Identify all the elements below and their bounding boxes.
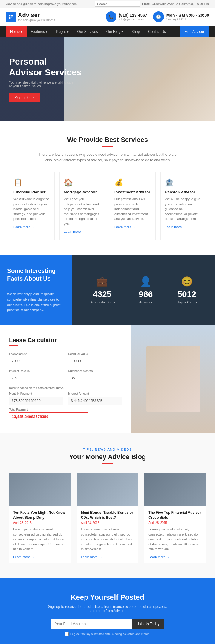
fact-deals: 💼 4325 Successful Deals bbox=[90, 276, 115, 304]
loan-amount-field: Loan Amount bbox=[9, 352, 63, 365]
blog-post-3-content: The Five Top Financial Advisor Credentia… bbox=[144, 506, 206, 563]
advisors-icon: 👤 bbox=[139, 276, 153, 287]
total-payment-label: Total Payment bbox=[9, 408, 122, 411]
blog-post-3-link[interactable]: Learn more → bbox=[148, 555, 170, 559]
mortgage-title: Mortgage Advisor bbox=[64, 190, 101, 194]
total-payment-value bbox=[9, 412, 88, 421]
facts-title: Some Interesting Facts About Us bbox=[7, 267, 64, 282]
top-search[interactable]: 11005 Greenville Avenue California, TX 9… bbox=[95, 1, 209, 7]
phone-contact: 📞 (810) 123 4567 info@yoursite.com bbox=[106, 11, 147, 22]
blog-post-3-excerpt: Lorem ipsum dolor sit amet, consectetur … bbox=[148, 527, 202, 552]
blog-post-2-excerpt: Lorem ipsum dolor sit amet, consectetur … bbox=[81, 527, 134, 552]
loan-amount-input[interactable] bbox=[9, 357, 63, 365]
blog-divider bbox=[102, 463, 113, 464]
blog-post-1-title: Ten Facts You Might Not Know About Stamp… bbox=[13, 510, 67, 520]
investment-link[interactable]: Learn more → bbox=[114, 225, 136, 229]
total-payment-row: Total Payment bbox=[9, 408, 122, 421]
fact-advisors: 👤 986 Advisors bbox=[139, 276, 153, 304]
financial-planner-link[interactable]: Learn more → bbox=[13, 225, 35, 229]
blog-post-1-image bbox=[9, 473, 71, 506]
nav-home[interactable]: Home ▾ bbox=[6, 26, 27, 37]
hours-contact: 🕐 Mon - Sat 8:00 - 20:00 Sunday CLOSED bbox=[153, 11, 209, 22]
blog-post-2: Muni Bonds, Taxable Bonds or CDs: Which … bbox=[77, 473, 139, 563]
mortgage-link[interactable]: Learn more → bbox=[64, 230, 85, 233]
results-row1: Monthly Payment Interest Amount bbox=[9, 392, 122, 405]
nav-features[interactable]: Features ▾ bbox=[27, 26, 52, 37]
mortgage-desc: We'll give you independent advice and he… bbox=[64, 197, 101, 226]
fact-advisors-number: 986 bbox=[139, 290, 153, 299]
blog-post-1: Ten Facts You Might Not Know About Stamp… bbox=[9, 473, 71, 563]
blog-post-1-link[interactable]: Learn more → bbox=[13, 555, 34, 559]
residual-value-input[interactable] bbox=[68, 357, 122, 365]
newsletter-agree: I agree that my submitted data is being … bbox=[9, 632, 206, 636]
logo[interactable]: Adviser the help grow your business bbox=[6, 12, 55, 22]
blog-post-2-title: Muni Bonds, Taxable Bonds or CDs: Which … bbox=[81, 510, 134, 520]
phone-number: (810) 123 4567 bbox=[119, 13, 147, 18]
service-card-financial-planner: 📋 Financial Planner We will work through… bbox=[9, 172, 55, 240]
hours-sub: Sunday CLOSED bbox=[166, 18, 209, 21]
nav-our-services[interactable]: Our Services bbox=[73, 26, 102, 37]
interest-rate-input[interactable] bbox=[9, 374, 63, 382]
find-advisor-button[interactable]: Find Advisor bbox=[180, 26, 209, 37]
fact-clients-label: Happy Clients bbox=[176, 300, 197, 304]
logo-icon bbox=[6, 12, 16, 22]
newsletter-email-input[interactable] bbox=[51, 619, 132, 629]
hero-section: PersonalAdvisor Services You may sleep t… bbox=[0, 37, 215, 121]
nav-contact[interactable]: Contact Us bbox=[144, 26, 170, 37]
facts-right: 💼 4325 Successful Deals 👤 986 Advisors 😊… bbox=[72, 255, 215, 325]
newsletter-agree-checkbox[interactable] bbox=[65, 632, 69, 636]
phone-sub: info@yoursite.com bbox=[119, 18, 147, 21]
blog-post-1-date: April 28, 2015 bbox=[13, 521, 67, 524]
residual-value-field: Residual Value bbox=[68, 352, 122, 365]
investment-desc: Our professionals will provide you with … bbox=[114, 197, 151, 221]
hero-subtitle: You may sleep tight while we are taking … bbox=[9, 81, 75, 88]
months-label: Number of Months bbox=[68, 369, 122, 373]
newsletter-submit-button[interactable]: Join Us Today bbox=[132, 619, 164, 629]
search-input[interactable] bbox=[95, 1, 140, 7]
fact-clients: 😊 5012 Happy Clients bbox=[176, 276, 197, 304]
top-tagline: Advice and guides to help improve your f… bbox=[6, 2, 77, 6]
results-label: Results based on the data entered above bbox=[9, 386, 122, 390]
fact-clients-number: 5012 bbox=[176, 290, 197, 299]
hero-content: PersonalAdvisor Services You may sleep t… bbox=[0, 44, 90, 114]
blog-post-3-date: April 28, 2015 bbox=[148, 521, 202, 524]
blog-section: TIPS, NEWS AND VIDEOS Your Money Advice … bbox=[0, 433, 215, 578]
pension-link[interactable]: Learn more → bbox=[165, 225, 186, 229]
newsletter-desc: Sign up to receive featured articles fro… bbox=[48, 605, 167, 613]
services-divider bbox=[102, 146, 113, 147]
monthly-payment-field: Monthly Payment bbox=[9, 392, 63, 405]
facts-divider bbox=[7, 287, 16, 287]
newsletter-title: Keep Yourself Posted bbox=[9, 593, 206, 602]
top-bar: Advice and guides to help improve your f… bbox=[0, 0, 215, 8]
address-text: 11005 Greenville Avenue California, TX 9… bbox=[142, 2, 209, 6]
blog-post-1-excerpt: Lorem ipsum dolor sit amet, consectetur … bbox=[13, 527, 67, 552]
deals-icon: 💼 bbox=[90, 276, 115, 287]
pension-desc: We will be happy to give you information… bbox=[165, 197, 202, 221]
main-nav: Home ▾ Features ▾ Pages ▾ Our Services O… bbox=[0, 26, 215, 37]
header-contacts: 📞 (810) 123 4567 info@yoursite.com 🕐 Mon… bbox=[106, 11, 209, 22]
nav-our-blog[interactable]: Our Blog ▾ bbox=[102, 26, 127, 37]
facts-left: Some Interesting Facts About Us We deliv… bbox=[0, 255, 72, 325]
service-card-investment: 💰 Investment Advisor Our professionals w… bbox=[110, 172, 156, 240]
services-title: We Provide Best Services bbox=[9, 136, 206, 144]
months-input[interactable] bbox=[68, 374, 122, 382]
interest-rate-label: Interest Rate % bbox=[9, 369, 63, 373]
blog-post-2-link[interactable]: Learn more → bbox=[81, 555, 102, 559]
fact-deals-number: 4325 bbox=[90, 290, 115, 299]
hero-cta-button[interactable]: More Info → bbox=[9, 93, 40, 102]
newsletter-form: Join Us Today bbox=[51, 619, 164, 629]
blog-post-2-date: April 28, 2015 bbox=[81, 521, 134, 524]
blog-post-3: The Five Top Financial Advisor Credentia… bbox=[144, 473, 206, 563]
calculator-image bbox=[131, 325, 215, 433]
site-header: Adviser the help grow your business 📞 (8… bbox=[0, 8, 215, 26]
investment-title: Investment Advisor bbox=[114, 190, 151, 194]
phone-icon: 📞 bbox=[106, 11, 116, 22]
blog-section-label: TIPS, NEWS AND VIDEOS bbox=[9, 448, 206, 451]
hero-title: PersonalAdvisor Services bbox=[9, 56, 82, 78]
facts-desc: We deliver only premium quality comprehe… bbox=[7, 292, 64, 313]
blog-post-1-content: Ten Facts You Might Not Know About Stamp… bbox=[9, 506, 71, 563]
nav-shop[interactable]: Shop bbox=[127, 26, 144, 37]
nav-pages[interactable]: Pages ▾ bbox=[52, 26, 73, 37]
mortgage-icon: 🏠 bbox=[64, 178, 101, 187]
logo-text: Adviser bbox=[18, 12, 40, 18]
